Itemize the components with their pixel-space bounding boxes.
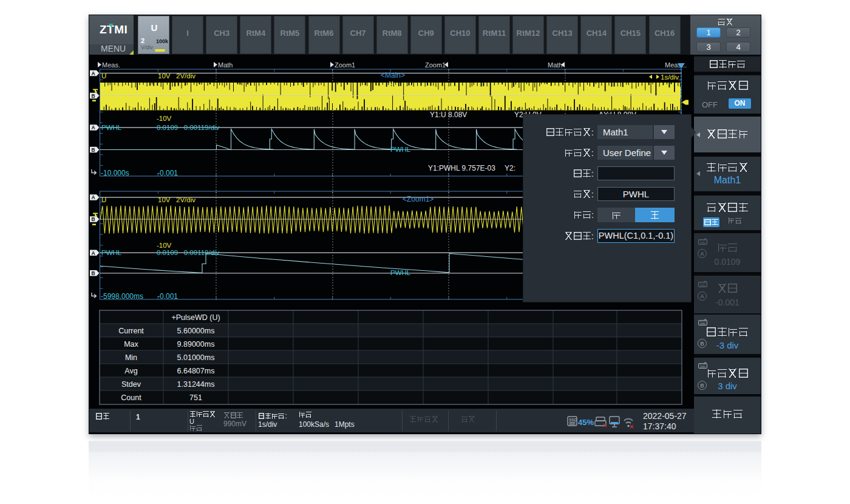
svg-text:Current: Current [118, 327, 144, 335]
svg-text:0.0109 0.00119/div: 0.0109 0.00119/div [157, 124, 220, 131]
svg-text:A: A [92, 194, 95, 200]
svg-text:Meas.: Meas. [102, 61, 120, 69]
svg-text:10V 2V/div: 10V 2V/div [158, 196, 195, 203]
svg-text:<Zoom1>: <Zoom1> [403, 195, 433, 203]
svg-text:-10V: -10V [157, 115, 172, 122]
svg-text:-0.001: -0.001 [157, 169, 178, 177]
svg-text:Zoom1: Zoom1 [335, 61, 355, 69]
svg-text:PWHL: PWHL [101, 249, 122, 256]
svg-text:B: B [92, 93, 95, 99]
svg-text:1.31244ms: 1.31244ms [177, 380, 215, 389]
svg-text:6.64807ms: 6.64807ms [177, 367, 215, 375]
svg-text:Y1:PWHL 9.757E-03: Y1:PWHL 9.757E-03 [428, 164, 495, 172]
svg-text:PWHL: PWHL [390, 269, 411, 276]
svg-text:5.01000ms: 5.01000ms [177, 353, 215, 362]
svg-text:SSD: SSD [569, 418, 577, 422]
svg-text:PWHL: PWHL [390, 146, 411, 153]
svg-text:<Main>: <Main> [381, 71, 405, 80]
svg-text:Stdev: Stdev [121, 380, 141, 389]
svg-text:Math: Math [218, 61, 233, 69]
svg-text:-5998.000ms: -5998.000ms [101, 292, 143, 301]
svg-text:A: A [92, 250, 95, 256]
svg-text:Math: Math [548, 61, 562, 69]
svg-text:B: B [92, 147, 95, 153]
svg-text:Avg: Avg [124, 367, 137, 375]
svg-text:-10.000s: -10.000s [101, 169, 129, 177]
svg-text:10V 2V/div: 10V 2V/div [158, 72, 195, 80]
svg-text:-10V: -10V [157, 242, 172, 249]
svg-text:1s/div: 1s/div [661, 73, 679, 81]
svg-text:751: 751 [189, 393, 202, 402]
svg-text:PWHL: PWHL [101, 124, 122, 131]
svg-text:B: B [92, 216, 95, 222]
svg-text:Y2:: Y2: [505, 164, 515, 172]
svg-text:Y1:U 8.08V: Y1:U 8.08V [430, 111, 467, 119]
svg-text:Count: Count [121, 393, 141, 402]
svg-text:+PulseWD (U): +PulseWD (U) [171, 313, 220, 322]
svg-text:9.89000ms: 9.89000ms [177, 340, 215, 349]
svg-text:U: U [101, 196, 106, 203]
svg-text:Max: Max [124, 340, 138, 349]
svg-text:U: U [101, 72, 106, 80]
svg-text:A: A [92, 70, 95, 77]
svg-text:5.60000ms: 5.60000ms [177, 327, 215, 335]
svg-text:0.0109 0.00119/div: 0.0109 0.00119/div [157, 249, 220, 256]
svg-text:A: A [92, 124, 95, 131]
svg-text:B: B [92, 270, 95, 276]
svg-text:Zoom1: Zoom1 [425, 61, 446, 69]
svg-text:U: U [389, 80, 393, 86]
svg-text:-0.001: -0.001 [157, 292, 178, 301]
svg-text:Min: Min [125, 353, 137, 362]
